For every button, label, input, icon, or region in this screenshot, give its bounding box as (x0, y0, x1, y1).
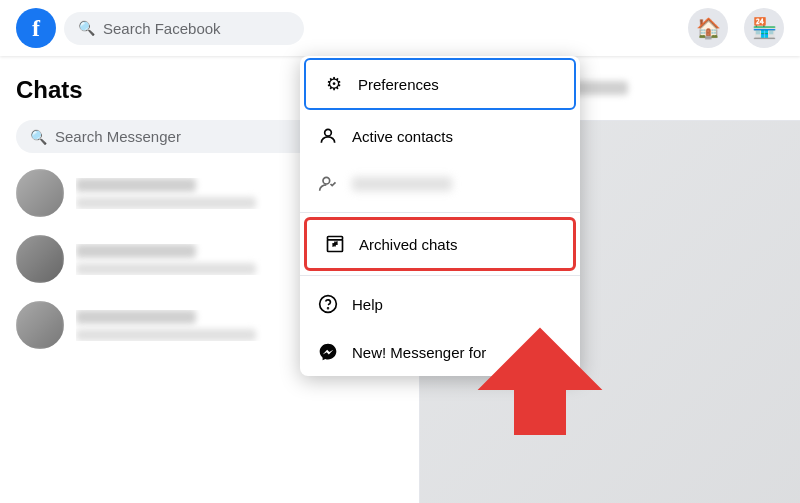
fb-logo-letter: f (32, 15, 40, 42)
menu-item-active-contacts[interactable]: Active contacts (300, 112, 580, 160)
chats-title: Chats (16, 76, 83, 104)
menu-item-preferences[interactable]: ⚙ Preferences (304, 58, 576, 110)
nav-icons-group: 🏠 🏪 (688, 8, 784, 48)
svg-marker-7 (480, 329, 600, 434)
top-navigation: f 🔍 Search Facebook 🏠 🏪 (0, 0, 800, 56)
search-placeholder-text: Search Facebook (103, 20, 221, 37)
gear-icon: ⚙ (322, 72, 346, 96)
red-arrow-annotation (460, 319, 620, 443)
menu-label-messenger-contacts (352, 177, 452, 191)
avatar (16, 301, 64, 349)
menu-divider (300, 212, 580, 213)
chat-name (76, 178, 196, 192)
person-check-icon (316, 172, 340, 196)
home-icon: 🏠 (696, 16, 721, 40)
menu-label-archived-chats: Archived chats (359, 236, 457, 253)
search-icon: 🔍 (78, 20, 95, 36)
svg-rect-2 (328, 237, 343, 240)
global-search-bar[interactable]: 🔍 Search Facebook (64, 12, 304, 45)
search-icon: 🔍 (30, 129, 47, 145)
chat-name (76, 244, 196, 258)
help-icon (316, 292, 340, 316)
chat-preview (76, 329, 256, 341)
menu-label-active-contacts: Active contacts (352, 128, 453, 145)
menu-label-preferences: Preferences (358, 76, 439, 93)
store-icon: 🏪 (752, 16, 777, 40)
messenger-search-placeholder: Search Messenger (55, 128, 181, 145)
menu-label-help: Help (352, 296, 383, 313)
person-icon (316, 124, 340, 148)
menu-item-archived-chats[interactable]: Archived chats (304, 217, 576, 271)
menu-divider-2 (300, 275, 580, 276)
archive-icon (323, 232, 347, 256)
marketplace-button[interactable]: 🏪 (744, 8, 784, 48)
avatar (16, 235, 64, 283)
menu-item-messenger-contacts[interactable] (300, 160, 580, 208)
avatar (16, 169, 64, 217)
chat-name (76, 310, 196, 324)
svg-point-1 (323, 177, 330, 184)
messenger-icon (316, 340, 340, 364)
svg-point-6 (328, 308, 329, 309)
chat-preview (76, 263, 256, 275)
facebook-logo[interactable]: f (16, 8, 56, 48)
home-button[interactable]: 🏠 (688, 8, 728, 48)
chat-preview (76, 197, 256, 209)
svg-point-0 (325, 129, 332, 136)
